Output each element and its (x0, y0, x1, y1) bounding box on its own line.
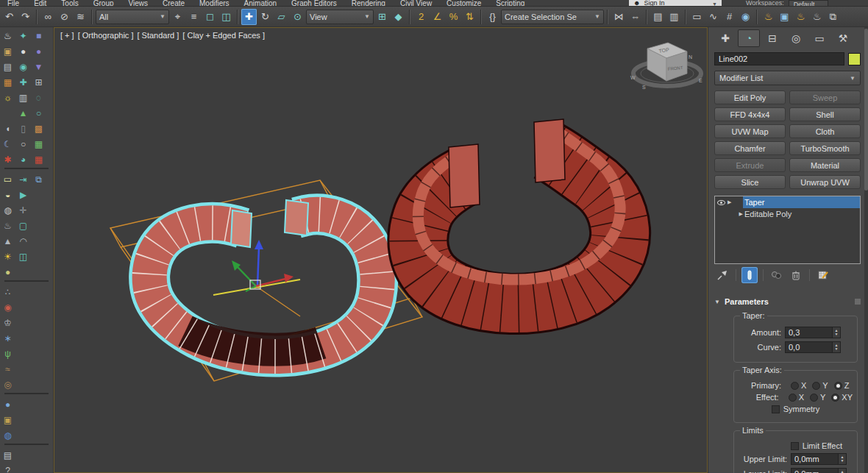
object-color-swatch[interactable] (848, 53, 861, 65)
menu-create[interactable]: Create (155, 0, 192, 7)
shell-button[interactable]: Shell (789, 107, 861, 121)
menu-file[interactable]: File (0, 0, 26, 7)
visibility-eye-icon[interactable] (717, 200, 725, 205)
teapot-icon[interactable]: ♨ (0, 28, 15, 43)
spinner-arrows[interactable]: ▲▼ (832, 327, 840, 338)
spinner-snap-icon[interactable]: ⇅ (462, 9, 477, 25)
white-sphere-icon[interactable]: ● (15, 43, 31, 59)
use-pivot-point-center-icon[interactable]: ⊞ (374, 9, 390, 25)
effect-x-radio[interactable] (789, 394, 797, 402)
snail-icon[interactable]: ◎ (0, 377, 15, 392)
chamfer-button[interactable]: Chamfer (714, 141, 786, 155)
angle-snap-icon[interactable]: ∠ (430, 9, 445, 25)
open-double-window-icon[interactable]: ⧉ (825, 9, 841, 25)
remove-modifier-icon[interactable] (788, 267, 804, 283)
object-name-field[interactable]: Line002 (714, 52, 844, 65)
selected-object[interactable] (149, 200, 377, 357)
purple-sphere-icon[interactable]: ● (31, 43, 46, 59)
menu-civil-view[interactable]: Civil View (393, 0, 439, 7)
select-and-link-icon[interactable]: ∞ (40, 9, 56, 25)
percent-snap-icon[interactable]: % (446, 9, 461, 25)
rain-icon[interactable]: ∴ (0, 284, 15, 299)
menu-edit[interactable]: Edit (26, 0, 54, 7)
menu-group[interactable]: Group (86, 0, 121, 7)
menu-customize[interactable]: Customize (439, 0, 488, 7)
scene-explorer-icon[interactable]: ▥ (666, 9, 682, 25)
grid-multi-icon[interactable]: ▦ (31, 152, 46, 167)
rendered-frame-window-icon[interactable]: ▣ (777, 9, 792, 25)
window-arrow-icon[interactable]: ⧉ (31, 171, 46, 187)
mirror-icon[interactable]: ⋈ (611, 9, 627, 25)
reference-coordinate-system-dropdown[interactable]: View▼ (306, 10, 374, 24)
bulb-icon[interactable]: ☼ (0, 90, 15, 105)
dome-icon[interactable]: ◒ (0, 187, 15, 202)
pin-stack-icon[interactable] (714, 267, 730, 283)
amount-spinner[interactable]: 0,3 ▲▼ (785, 327, 841, 338)
upper-limit-spinner[interactable]: 0,0mm ▲▼ (791, 453, 847, 465)
render-preview-icon[interactable]: ▣ (0, 43, 15, 59)
viewport[interactable]: [ + ] [ Orthographic ] [ Standard ] [ Cl… (54, 27, 708, 473)
undo-icon[interactable]: ↶ (1, 9, 17, 25)
spreadsheet-icon[interactable]: ▤ (0, 59, 15, 74)
schematic-view-icon[interactable]: # (722, 9, 737, 25)
render-setup-icon[interactable]: ♨ (761, 9, 776, 25)
turbosmooth-button[interactable]: TurboSmooth (789, 141, 861, 155)
blue-sphere-icon[interactable]: ● (0, 396, 15, 412)
thumbnails-icon[interactable]: ▣ (0, 412, 15, 427)
primary-x-radio[interactable] (791, 382, 799, 390)
arc-icon[interactable]: ◠ (15, 233, 31, 249)
edit-poly-button[interactable]: Edit Poly (714, 90, 786, 104)
figure-icon[interactable]: ▯ (15, 121, 31, 136)
scatter-sphere-icon[interactable]: ◍ (0, 427, 15, 443)
bind-to-space-warp-icon[interactable]: ≋ (73, 9, 88, 25)
grass-icon[interactable]: ψ (0, 346, 15, 361)
spray-icon[interactable]: ✱ (0, 152, 15, 167)
select-and-place-icon[interactable]: ⊙ (290, 9, 305, 25)
select-and-rotate-icon[interactable]: ↻ (257, 9, 273, 25)
sign-in-button[interactable]: ☻ Sign In ▼ (629, 0, 722, 7)
viewport-style-label[interactable]: [ Standard ] (137, 31, 179, 40)
disc-icon[interactable]: ◍ (0, 202, 15, 218)
uvw-map-button[interactable]: UVW Map (714, 124, 786, 138)
render-iterative-icon[interactable]: ♨ (809, 9, 825, 25)
molecule-icon[interactable]: ◉ (0, 299, 15, 315)
cone-grey-icon[interactable]: ▲ (0, 233, 15, 249)
tab-motion[interactable]: ◎ (785, 29, 807, 47)
tab-display[interactable]: ▭ (808, 29, 830, 47)
cloth-button[interactable]: Cloth (789, 124, 861, 138)
hand-tool-icon[interactable]: ✦ (15, 28, 31, 43)
expand-arrow-icon[interactable]: ▶ (728, 199, 731, 205)
tab-utilities[interactable]: ⚒ (832, 29, 854, 47)
menu-animation[interactable]: Animation (237, 0, 284, 7)
spinner-arrows[interactable]: ▲▼ (832, 342, 840, 352)
menu-rendering[interactable]: Rendering (344, 0, 393, 7)
arrow-box-icon[interactable]: ⇥ (15, 171, 31, 187)
list-panel-icon[interactable]: ▥ (15, 90, 31, 105)
teapot-grey-icon[interactable]: ♨ (0, 218, 15, 233)
curve-spinner[interactable]: 0,0 ▲▼ (785, 341, 841, 353)
play-box-icon[interactable]: ▶ (15, 187, 31, 202)
window-crossing-icon[interactable]: ◫ (218, 9, 234, 25)
effect-xy-radio[interactable] (831, 394, 839, 402)
selection-filter-dropdown[interactable]: All▼ (96, 10, 169, 24)
select-and-scale-icon[interactable]: ▱ (274, 9, 289, 25)
unlink-selection-icon[interactable]: ⊘ (57, 9, 72, 25)
flower-icon[interactable]: ∗ (0, 330, 15, 346)
menu-modifiers[interactable]: Modifiers (192, 0, 237, 7)
material-editor-icon[interactable]: ◉ (738, 9, 753, 25)
show-end-result-icon[interactable] (741, 267, 758, 283)
pyramid-icon[interactable]: ▲ (15, 105, 31, 121)
snaps-toggle-icon[interactable]: 2 (413, 9, 429, 25)
effect-y-radio[interactable] (810, 394, 818, 402)
frame-icon[interactable]: ▢ (15, 218, 31, 233)
viewport-menu-plus[interactable]: [ + ] (60, 31, 74, 40)
viewport-canvas[interactable]: W S E N TOP FRONT (54, 28, 706, 472)
make-unique-icon[interactable] (769, 267, 785, 283)
camera-icon[interactable]: ◉ (15, 59, 31, 74)
stack-item-taper[interactable]: ▶ Taper (715, 196, 860, 208)
symmetry-checkbox[interactable] (772, 405, 780, 413)
panel-scrollbar[interactable] (864, 27, 868, 473)
render-production-icon[interactable]: ♨ (793, 9, 808, 25)
viewport-shading-label[interactable]: [ Clay + Edged Faces ] (182, 31, 265, 40)
cone-light-icon[interactable]: ▼ (31, 59, 46, 74)
